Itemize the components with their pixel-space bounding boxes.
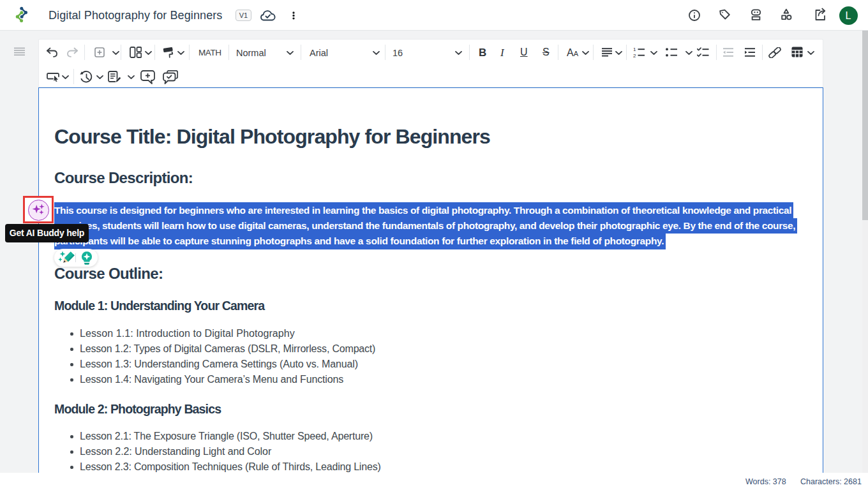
- svg-text:2: 2: [633, 53, 636, 59]
- svg-text:1: 1: [633, 47, 636, 52]
